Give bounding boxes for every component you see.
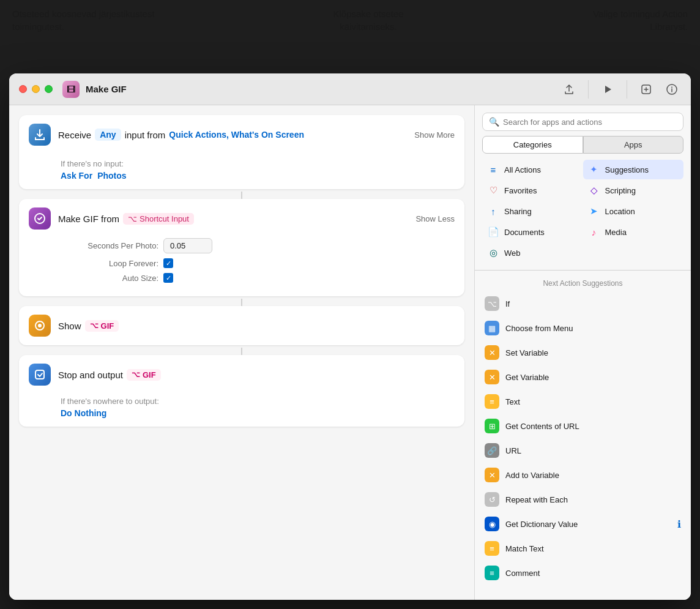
make-gif-header: Make GIF from ⌥ Shortcut Input Show Less [19, 199, 464, 238]
category-favorites[interactable]: ♡ Favorites [482, 181, 583, 200]
annotation-left: Otseteed koosnevad järjestikustest toimi… [12, 7, 184, 33]
receive-any-badge[interactable]: Any [95, 129, 121, 141]
stop-gif-badge[interactable]: ⌥ GIF [127, 369, 161, 381]
show-less-button[interactable]: Show Less [415, 214, 455, 223]
url-icon: 🔗 [485, 443, 499, 458]
show-icon [29, 315, 51, 337]
receive-label: Receive [58, 130, 91, 140]
no-input-label: If there's no input: [61, 159, 124, 168]
repeat-with-each-icon: ↺ [485, 492, 499, 507]
all-actions-icon: ≡ [487, 165, 499, 175]
web-label: Web [504, 248, 521, 258]
suggestion-add-to-variable[interactable]: ✕ Add to Variable [475, 463, 691, 487]
auto-size-checkbox[interactable]: ✓ [163, 273, 173, 283]
make-gif-label: Make GIF from [58, 214, 119, 224]
category-suggestions[interactable]: ✦ Suggestions [583, 160, 684, 179]
url-label: URL [505, 446, 521, 455]
get-dictionary-value-info-button[interactable]: ℹ [677, 518, 681, 530]
favorites-icon: ♡ [487, 185, 499, 196]
if-label: If [505, 299, 510, 308]
category-sharing[interactable]: ↑ Sharing [482, 201, 583, 221]
category-web[interactable]: ◎ Web [482, 243, 583, 263]
annotation-right: Valige toimingud Action Libraryst. [553, 7, 688, 33]
receive-options: Ask For Photos [61, 171, 455, 181]
tab-buttons: Categories Apps [475, 136, 691, 160]
if-icon: ⌥ [485, 296, 499, 311]
suggestion-set-variable[interactable]: ✕ Set Variable [475, 340, 691, 365]
ask-for-option[interactable]: Ask For [61, 171, 92, 181]
receive-source-link[interactable]: Quick Actions, What's On Screen [169, 130, 304, 140]
receive-input-from: input from [125, 130, 166, 140]
loop-forever-checkbox[interactable]: ✓ [163, 258, 173, 268]
run-button[interactable] [598, 80, 617, 99]
info-button[interactable] [663, 80, 681, 99]
photos-option[interactable]: Photos [97, 171, 126, 181]
suggestion-get-contents-url[interactable]: ⊞ Get Contents of URL [475, 414, 691, 438]
traffic-lights [19, 85, 53, 93]
category-scripting[interactable]: ◇ Scripting [583, 181, 684, 200]
make-gif-body: Seconds Per Photo: Loop Forever: ✓ Auto … [19, 238, 464, 296]
maximize-button[interactable] [45, 85, 53, 93]
web-icon: ◎ [487, 247, 499, 258]
receive-action-header: Receive Any input from Quick Actions, Wh… [19, 115, 464, 154]
minimize-button[interactable] [32, 85, 40, 93]
seconds-input[interactable] [163, 238, 212, 253]
favorites-label: Favorites [504, 186, 537, 195]
do-nothing-link[interactable]: Do Nothing [61, 408, 106, 418]
suggestion-get-dictionary-value[interactable]: ◉ Get Dictionary Value ℹ [475, 512, 691, 536]
suggestion-url[interactable]: 🔗 URL [475, 438, 691, 463]
media-icon: ♪ [588, 227, 600, 237]
show-action-header: Show ⌥ GIF [19, 306, 464, 345]
tab-categories[interactable]: Categories [482, 136, 583, 154]
show-more-button[interactable]: Show More [414, 130, 455, 140]
window-title: Make GIF [86, 84, 560, 94]
suggestion-repeat-with-each[interactable]: ↺ Repeat with Each [475, 487, 691, 512]
sharing-label: Sharing [504, 207, 532, 216]
get-variable-label: Get Variable [505, 373, 549, 382]
scripting-label: Scripting [605, 186, 636, 195]
make-gif-title: Make GIF from ⌥ Shortcut Input [58, 213, 408, 225]
category-documents[interactable]: 📄 Documents [482, 222, 583, 242]
suggestion-text[interactable]: ≡ Text [475, 389, 691, 414]
get-contents-url-label: Get Contents of URL [505, 422, 579, 431]
show-title: Show ⌥ GIF [58, 320, 455, 332]
search-input[interactable] [503, 118, 677, 127]
svg-marker-0 [605, 86, 611, 93]
suggestion-get-variable[interactable]: ✕ Get Variable [475, 365, 691, 389]
title-divider-2 [627, 80, 627, 99]
svg-point-6 [38, 324, 42, 327]
show-gif-badge[interactable]: ⌥ GIF [85, 320, 119, 332]
title-divider [588, 80, 589, 99]
search-icon: 🔍 [489, 117, 499, 127]
stop-icon [29, 364, 51, 386]
content-area: Receive Any input from Quick Actions, Wh… [9, 105, 691, 600]
connector-2 [241, 299, 242, 306]
set-variable-label: Set Variable [505, 348, 548, 357]
suggestions-icon: ✦ [588, 164, 600, 175]
connector-1 [241, 192, 242, 199]
category-media[interactable]: ♪ Media [583, 222, 684, 242]
svg-point-3 [671, 86, 672, 88]
choose-from-menu-icon: ▦ [485, 321, 499, 335]
title-actions [560, 80, 681, 99]
documents-icon: 📄 [487, 226, 499, 237]
suggestion-comment[interactable]: ≡ Comment [475, 561, 691, 585]
share-button[interactable] [560, 80, 578, 99]
category-location[interactable]: ➤ Location [583, 201, 684, 221]
connector-3 [241, 348, 242, 355]
close-button[interactable] [19, 85, 27, 93]
stop-label: Stop and output [58, 370, 123, 380]
shortcut-input-badge[interactable]: ⌥ Shortcut Input [123, 213, 194, 225]
media-label: Media [605, 228, 627, 237]
receive-icon [29, 124, 51, 146]
match-text-icon: ≡ [485, 541, 499, 556]
suggestion-match-text[interactable]: ≡ Match Text [475, 536, 691, 561]
category-all-actions[interactable]: ≡ All Actions [482, 160, 583, 179]
suggestion-choose-from-menu[interactable]: ▦ Choose from Menu [475, 316, 691, 340]
tab-apps[interactable]: Apps [583, 136, 684, 154]
library-button[interactable] [637, 80, 655, 99]
suggestion-if[interactable]: ⌥ If [475, 291, 691, 316]
add-to-variable-label: Add to Variable [505, 471, 559, 480]
svg-rect-7 [35, 370, 44, 379]
auto-size-label: Auto Size: [61, 274, 158, 283]
